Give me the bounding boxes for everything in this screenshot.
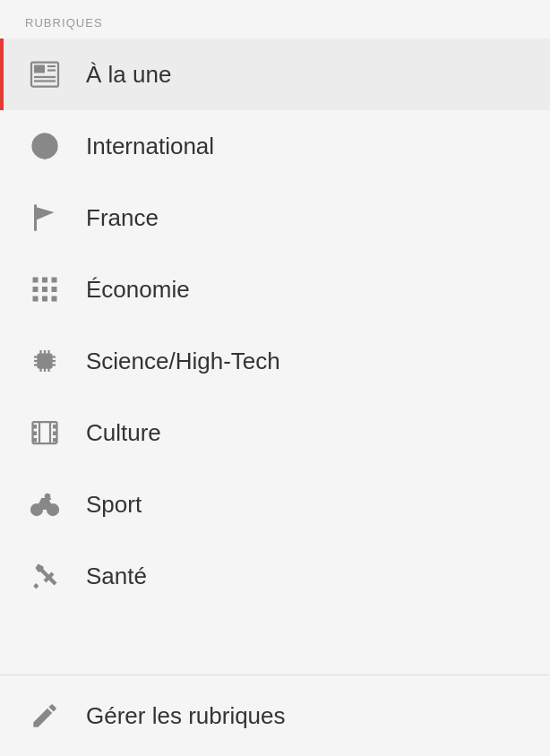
svg-rect-19 bbox=[42, 296, 47, 302]
sidebar-item-label: À la une bbox=[86, 61, 171, 89]
svg-rect-47 bbox=[33, 583, 39, 588]
svg-rect-18 bbox=[33, 296, 39, 302]
sidebar-item-culture[interactable]: Culture bbox=[0, 397, 550, 468]
svg-point-46 bbox=[46, 494, 50, 499]
svg-rect-37 bbox=[33, 432, 38, 436]
svg-rect-12 bbox=[33, 278, 39, 283]
svg-rect-38 bbox=[33, 438, 38, 442]
sidebar-item-sport[interactable]: Sport bbox=[0, 468, 550, 540]
wrench-icon bbox=[21, 560, 68, 592]
active-indicator bbox=[0, 39, 4, 110]
edit-icon bbox=[21, 700, 68, 731]
svg-point-7 bbox=[39, 134, 50, 159]
sidebar-item-label: Science/High-Tech bbox=[86, 348, 280, 375]
svg-rect-16 bbox=[42, 287, 47, 292]
sidebar-item-label: Culture bbox=[86, 419, 161, 447]
globe-icon bbox=[21, 130, 68, 162]
sidebar-item-international[interactable]: International bbox=[0, 110, 550, 182]
sidebar-item-sante[interactable]: Santé bbox=[0, 540, 550, 612]
svg-rect-36 bbox=[33, 425, 38, 429]
svg-rect-15 bbox=[33, 287, 39, 292]
section-label: RUBRIQUES bbox=[0, 0, 550, 39]
svg-marker-11 bbox=[36, 207, 55, 220]
bike-icon bbox=[21, 488, 68, 520]
chip-icon bbox=[21, 345, 68, 377]
sidebar-item-a-la-une[interactable]: À la une bbox=[0, 39, 550, 110]
sidebar-item-label: Économie bbox=[86, 276, 190, 304]
sidebar-item-label: International bbox=[86, 133, 214, 160]
svg-rect-40 bbox=[53, 432, 57, 436]
manage-rubriques-button[interactable]: Gérer les rubriques bbox=[0, 675, 550, 756]
sidebar-item-label: Santé bbox=[86, 563, 147, 590]
svg-rect-1 bbox=[34, 65, 45, 73]
svg-rect-14 bbox=[52, 278, 57, 283]
sidebar-item-economie[interactable]: Économie bbox=[0, 253, 550, 325]
building-icon bbox=[21, 273, 68, 305]
film-icon bbox=[21, 417, 68, 449]
manage-rubriques-label: Gérer les rubriques bbox=[86, 702, 286, 730]
svg-rect-20 bbox=[52, 296, 57, 302]
sidebar-item-label: France bbox=[86, 204, 159, 232]
sidebar-item-label: Sport bbox=[86, 491, 142, 519]
sidebar-item-science-hightech[interactable]: Science/High-Tech bbox=[0, 325, 550, 397]
svg-rect-39 bbox=[53, 425, 57, 429]
sidebar: RUBRIQUES À la une bbox=[0, 0, 550, 756]
svg-rect-17 bbox=[52, 287, 57, 292]
svg-rect-41 bbox=[53, 438, 57, 442]
newspaper-icon bbox=[21, 58, 68, 90]
svg-rect-22 bbox=[41, 357, 49, 365]
sidebar-item-france[interactable]: France bbox=[0, 182, 550, 253]
svg-rect-13 bbox=[42, 278, 47, 283]
flag-icon bbox=[21, 202, 68, 234]
nav-list: À la une International Fra bbox=[0, 39, 550, 674]
